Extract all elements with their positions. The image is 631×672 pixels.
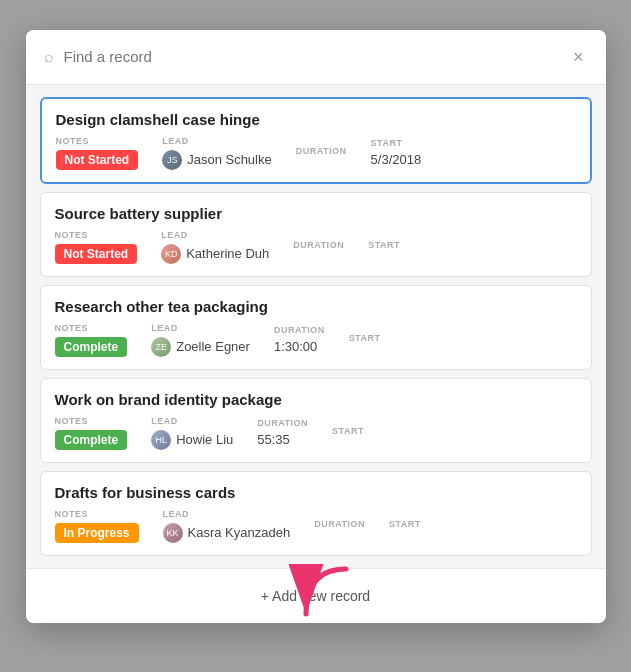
lead-label: LEAD (162, 136, 272, 146)
status-badge: Complete (55, 337, 128, 357)
start-label: START (332, 426, 364, 436)
avatar: HL (151, 430, 171, 450)
notes-value: Complete (55, 430, 128, 450)
avatar: JS (162, 150, 182, 170)
close-button[interactable]: × (569, 46, 588, 68)
status-badge: In Progress (55, 523, 139, 543)
lead-label: LEAD (151, 416, 233, 426)
records-list: Design clamshell case hinge NOTES Not St… (26, 85, 606, 568)
avatar: KD (161, 244, 181, 264)
start-group: START (349, 333, 381, 347)
duration-label: DURATION (274, 325, 325, 335)
lead-group: LEAD HL Howie Liu (151, 416, 233, 450)
lead-name: Zoelle Egner (176, 339, 250, 354)
notes-label: NOTES (55, 416, 128, 426)
notes-group: NOTES Complete (55, 323, 128, 357)
start-group: START 5/3/2018 (371, 138, 422, 167)
notes-label: NOTES (55, 323, 128, 333)
search-input[interactable] (64, 48, 569, 65)
lead-group: LEAD KK Kasra Kyanzadeh (163, 509, 291, 543)
record-title: Drafts for business cards (55, 484, 577, 501)
notes-group: NOTES In Progress (55, 509, 139, 543)
duration-group: DURATION (296, 146, 347, 160)
notes-value: In Progress (55, 523, 139, 543)
record-card[interactable]: Work on brand identity package NOTES Com… (40, 378, 592, 463)
avatar: KK (163, 523, 183, 543)
lead-value: JS Jason Schulke (162, 150, 272, 170)
duration-label: DURATION (257, 418, 308, 428)
record-title: Design clamshell case hinge (56, 111, 576, 128)
lead-value: HL Howie Liu (151, 430, 233, 450)
lead-name: Kasra Kyanzadeh (188, 525, 291, 540)
notes-value: Not Started (56, 150, 139, 170)
duration-value: 55:35 (257, 432, 308, 447)
notes-label: NOTES (55, 230, 138, 240)
lead-value: KK Kasra Kyanzadeh (163, 523, 291, 543)
start-label: START (349, 333, 381, 343)
status-badge: Not Started (55, 244, 138, 264)
notes-label: NOTES (56, 136, 139, 146)
record-meta: NOTES Complete LEAD HL Howie Liu DURATIO… (55, 416, 577, 450)
notes-group: NOTES Not Started (56, 136, 139, 170)
find-record-modal: ⌕ × Design clamshell case hinge NOTES No… (26, 30, 606, 623)
record-card[interactable]: Research other tea packaging NOTES Compl… (40, 285, 592, 370)
arrow-icon (286, 559, 366, 623)
lead-value: ZE Zoelle Egner (151, 337, 250, 357)
record-meta: NOTES Complete LEAD ZE Zoelle Egner DURA… (55, 323, 577, 357)
record-title: Work on brand identity package (55, 391, 577, 408)
avatar: ZE (151, 337, 171, 357)
lead-value: KD Katherine Duh (161, 244, 269, 264)
duration-group: DURATION (314, 519, 365, 533)
duration-group: DURATION 55:35 (257, 418, 308, 447)
duration-group: DURATION (293, 240, 344, 254)
notes-value: Not Started (55, 244, 138, 264)
start-value: 5/3/2018 (371, 152, 422, 167)
duration-label: DURATION (296, 146, 347, 156)
record-meta: NOTES Not Started LEAD KD Katherine Duh … (55, 230, 577, 264)
record-card[interactable]: Design clamshell case hinge NOTES Not St… (40, 97, 592, 184)
notes-group: NOTES Complete (55, 416, 128, 450)
start-label: START (368, 240, 400, 250)
duration-value: 1:30:00 (274, 339, 325, 354)
start-label: START (371, 138, 422, 148)
start-group: START (389, 519, 421, 533)
lead-group: LEAD ZE Zoelle Egner (151, 323, 250, 357)
notes-label: NOTES (55, 509, 139, 519)
lead-label: LEAD (151, 323, 250, 333)
record-meta: NOTES Not Started LEAD JS Jason Schulke … (56, 136, 576, 170)
record-card[interactable]: Source battery supplier NOTES Not Starte… (40, 192, 592, 277)
status-badge: Not Started (56, 150, 139, 170)
notes-group: NOTES Not Started (55, 230, 138, 264)
search-icon: ⌕ (44, 48, 54, 66)
record-meta: NOTES In Progress LEAD KK Kasra Kyanzade… (55, 509, 577, 543)
lead-group: LEAD JS Jason Schulke (162, 136, 272, 170)
record-card[interactable]: Drafts for business cards NOTES In Progr… (40, 471, 592, 556)
lead-group: LEAD KD Katherine Duh (161, 230, 269, 264)
duration-label: DURATION (293, 240, 344, 250)
lead-name: Katherine Duh (186, 246, 269, 261)
lead-label: LEAD (163, 509, 291, 519)
modal-header: ⌕ × (26, 30, 606, 85)
start-group: START (332, 426, 364, 440)
notes-value: Complete (55, 337, 128, 357)
lead-name: Howie Liu (176, 432, 233, 447)
record-title: Research other tea packaging (55, 298, 577, 315)
lead-label: LEAD (161, 230, 269, 240)
arrow-indicator (286, 559, 366, 623)
duration-label: DURATION (314, 519, 365, 529)
record-title: Source battery supplier (55, 205, 577, 222)
lead-name: Jason Schulke (187, 152, 272, 167)
duration-group: DURATION 1:30:00 (274, 325, 325, 354)
status-badge: Complete (55, 430, 128, 450)
start-group: START (368, 240, 400, 254)
start-label: START (389, 519, 421, 529)
